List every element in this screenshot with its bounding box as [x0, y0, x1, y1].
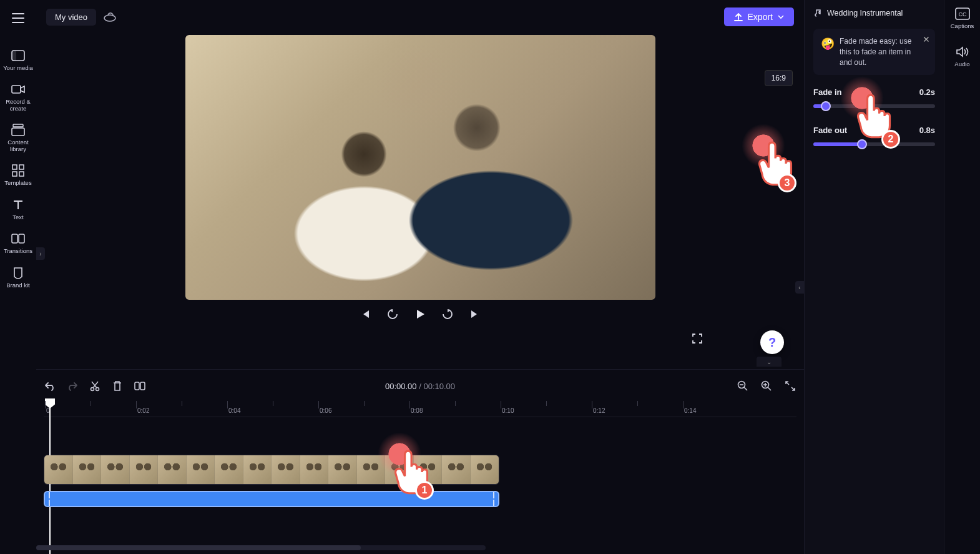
zoom-fit-button[interactable] [784, 380, 796, 392]
svg-rect-5 [12, 86, 21, 93]
svg-rect-4 [12, 51, 16, 61]
svg-rect-7 [12, 128, 24, 136]
preview-collapse-toggle[interactable]: ⌄ [757, 357, 782, 367]
svg-line-20 [744, 387, 747, 390]
fade-out-value: 0.8s [919, 126, 935, 135]
skip-end-button[interactable] [468, 307, 482, 321]
tip-close-button[interactable]: ✕ [923, 34, 930, 46]
cc-icon: CC [955, 7, 970, 20]
sidebar-item-record-create[interactable]: Record & create [1, 82, 36, 112]
export-label: Export [748, 12, 773, 22]
sidebar-item-your-media[interactable]: Your media [1, 49, 36, 71]
fade-in-value: 0.2s [919, 87, 935, 97]
top-bar: My video Export [36, 0, 804, 34]
sidebar-item-label: Text [12, 214, 23, 220]
sidebar-item-content-library[interactable]: Content library [1, 123, 36, 152]
fade-out-slider-thumb[interactable] [857, 139, 867, 149]
timeline-ruler[interactable]: 0 0:02 0:04 0:06 0:08 0:10 0:12 0:14 [44, 401, 796, 417]
sidebar-item-label: Transitions [4, 248, 32, 254]
svg-line-23 [768, 387, 771, 390]
fade-out-slider[interactable] [813, 142, 935, 146]
svg-rect-12 [12, 234, 17, 243]
play-button[interactable] [413, 307, 427, 321]
svg-rect-6 [13, 124, 23, 127]
selected-audio-name: Wedding Instrumental [827, 9, 903, 17]
fade-in-slider-thumb[interactable] [821, 101, 831, 111]
sidebar-item-label: Record & create [1, 99, 36, 112]
sidebar-item-brand-kit[interactable]: Brand kit [1, 266, 36, 289]
templates-icon [11, 164, 25, 177]
sidebar-item-label: Brand kit [6, 282, 30, 289]
project-title[interactable]: My video [46, 9, 96, 26]
clip-trim-left-handle[interactable] [47, 492, 51, 506]
sidebar-item-label: Templates [4, 180, 31, 186]
video-clip[interactable] [44, 455, 499, 485]
tip-card: 🤪 Fade made easy: use this to fade an it… [813, 29, 935, 75]
sidebar-item-audio[interactable]: Audio [945, 46, 980, 67]
sidebar-item-label: Content library [1, 139, 36, 152]
svg-rect-8 [12, 165, 17, 169]
tick-label: 0:14 [684, 407, 696, 414]
speaker-icon [956, 46, 969, 58]
svg-text:CC: CC [958, 11, 966, 17]
tick-label: 0:12 [593, 407, 605, 414]
current-time: 00:00.00 [385, 382, 417, 391]
brandkit-icon [11, 266, 25, 280]
fade-in-label: Fade in [813, 87, 842, 97]
right-sidebar: CC Captions Audio [944, 0, 980, 554]
rewind-button[interactable] [386, 307, 399, 321]
tick-label: 0:06 [320, 407, 331, 414]
svg-rect-10 [12, 172, 17, 176]
media-icon [11, 49, 25, 62]
timeline-scrollbar[interactable] [36, 545, 486, 550]
sidebar-item-text[interactable]: Text [1, 198, 36, 220]
help-button[interactable]: ? [760, 330, 784, 354]
timeline-scrollbar-thumb[interactable] [36, 545, 361, 550]
sidebar-item-label: Audio [954, 61, 969, 67]
text-icon [11, 198, 25, 212]
sidebar-item-label: Your media [3, 65, 33, 71]
total-time: 00:10.00 [423, 382, 455, 391]
library-icon [11, 123, 25, 137]
tick-label: 0:02 [137, 407, 149, 414]
svg-rect-13 [19, 234, 24, 243]
fullscreen-button[interactable] [692, 333, 704, 345]
sidebar-item-captions[interactable]: CC Captions [945, 7, 980, 29]
skip-start-button[interactable] [358, 307, 372, 321]
svg-rect-11 [19, 172, 24, 176]
tick-label: 0:08 [411, 407, 423, 414]
music-note-icon [813, 9, 822, 17]
zoom-in-button[interactable] [760, 380, 773, 392]
hamburger-menu[interactable] [6, 6, 30, 30]
preview-canvas[interactable] [185, 35, 655, 300]
record-icon [11, 82, 25, 96]
properties-panel: Wedding Instrumental 🤪 Fade made easy: u… [804, 0, 944, 554]
zoom-out-button[interactable] [737, 380, 749, 392]
fade-out-label: Fade out [813, 126, 847, 135]
fade-in-slider[interactable] [813, 104, 935, 108]
sidebar-item-templates[interactable]: Templates [1, 164, 36, 186]
tick-label: 0:04 [228, 407, 240, 414]
audio-clip[interactable] [44, 491, 499, 507]
svg-point-14 [104, 15, 115, 21]
forward-button[interactable] [441, 307, 454, 321]
timeline-panel: 00:00.00 / 00:10.00 0 0:02 0:04 [36, 369, 804, 554]
clip-trim-right-handle[interactable] [492, 492, 496, 506]
sidebar-item-transitions[interactable]: Transitions [1, 232, 36, 254]
right-panel-collapse-toggle[interactable]: ‹ [795, 281, 804, 294]
aspect-ratio-selector[interactable]: 16:9 [765, 70, 793, 86]
export-button[interactable]: Export [724, 7, 794, 26]
tip-emoji-icon: 🤪 [821, 36, 835, 67]
cloud-sync-icon[interactable] [102, 9, 117, 24]
player-controls [358, 307, 482, 321]
tick-label: 0 [46, 407, 50, 414]
chevron-down-icon [778, 14, 784, 19]
sidebar-item-label: Captions [951, 22, 974, 29]
svg-rect-9 [19, 165, 24, 169]
upload-icon [734, 12, 743, 21]
tip-text: Fade made easy: use this to fade an item… [840, 36, 918, 67]
left-sidebar: Your media Record & create Content libra… [0, 0, 36, 554]
timeline-timecode: 00:00.00 / 00:10.00 [36, 382, 804, 391]
transitions-icon [11, 232, 25, 245]
tick-label: 0:10 [502, 407, 514, 414]
